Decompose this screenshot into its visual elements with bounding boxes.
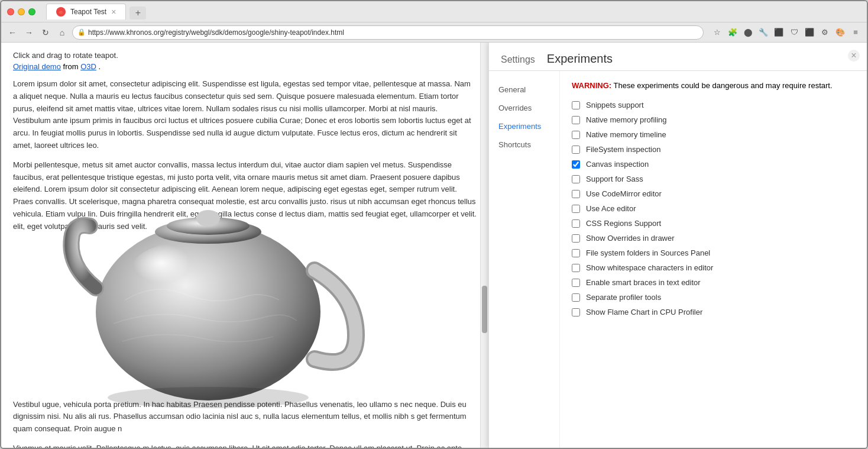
close-window-button[interactable] <box>7 8 14 15</box>
extension-1-icon[interactable]: ⬛ <box>772 26 785 39</box>
lock-icon: 🔒 <box>77 28 86 36</box>
settings-sidebar: General Overrides Experiments Shortcuts <box>489 71 560 448</box>
page-links: Original demo from O3D . <box>13 62 477 71</box>
sidebar-item-general[interactable]: General <box>489 80 559 99</box>
experiment-label-css-regions-support[interactable]: CSS Regions Support <box>586 219 661 228</box>
experiment-checkbox-separate-profiler-tools[interactable] <box>572 293 580 302</box>
maximize-window-button[interactable] <box>28 8 35 15</box>
experiment-item-separate-profiler-tools: Separate profiler tools <box>572 293 855 302</box>
experiment-label-canvas-inspection[interactable]: Canvas inspection <box>586 160 649 169</box>
minimize-window-button[interactable] <box>18 8 25 15</box>
settings-panel: Settings Experiments × General Overrides… <box>488 43 867 448</box>
experiment-label-show-overrides-in-drawer[interactable]: Show Overrides in drawer <box>586 234 675 243</box>
settings-close-button[interactable]: × <box>848 50 860 62</box>
experiment-label-enable-smart-braces[interactable]: Enable smart braces in text editor <box>586 278 701 287</box>
experiment-checkbox-file-system-folders[interactable] <box>572 249 580 257</box>
window-controls <box>7 8 35 15</box>
experiment-checkbox-enable-smart-braces[interactable] <box>572 279 580 287</box>
toolbar-right: ☆ 🧩 ⬤ 🔧 ⬛ 🛡 ⬛ ⚙ 🎨 ≡ <box>711 26 862 39</box>
new-tab-button[interactable]: + <box>129 7 146 20</box>
settings-icon[interactable]: ⚙ <box>818 26 831 39</box>
sidebar-item-experiments[interactable]: Experiments <box>489 117 559 135</box>
sidebar-item-shortcuts[interactable]: Shortcuts <box>489 135 559 154</box>
experiment-label-file-system-folders[interactable]: File system folders in Sources Panel <box>586 248 710 257</box>
browser-window: 🫖 Teapot Test × + ← → ↻ ⌂ 🔒 https://www.… <box>0 0 868 449</box>
warning-text: WARNING: These experiments could be dang… <box>572 80 855 91</box>
experiment-checkbox-show-flame-chart[interactable] <box>572 308 580 316</box>
url-box[interactable]: 🔒 https://www.khronos.org/registry/webgl… <box>72 25 704 40</box>
back-button[interactable]: ← <box>6 26 19 39</box>
experiment-item-snippets-support: Snippets support <box>572 101 855 109</box>
refresh-button[interactable]: ↻ <box>39 26 52 39</box>
sidebar-item-overrides[interactable]: Overrides <box>489 99 559 117</box>
experiment-item-canvas-inspection: Canvas inspection <box>572 160 855 169</box>
o3d-link[interactable]: O3D <box>80 62 96 71</box>
experiment-checkbox-show-whitespace-chars[interactable] <box>572 264 580 272</box>
extension-2-icon[interactable]: 🛡 <box>788 26 801 39</box>
warning-body: These experiments could be dangerous and… <box>611 81 832 90</box>
experiment-checkbox-use-codemirror-editor[interactable] <box>572 190 580 198</box>
address-bar: ← → ↻ ⌂ 🔒 https://www.khronos.org/regist… <box>1 22 867 43</box>
experiment-label-show-flame-chart[interactable]: Show Flame Chart in CPU Profiler <box>586 308 702 316</box>
page-content: Click and drag to rotate teapot. Origina… <box>1 43 867 448</box>
url-text: https://www.khronos.org/registry/webgl/s… <box>88 28 344 37</box>
tab-favicon: 🫖 <box>56 7 66 17</box>
forward-button[interactable]: → <box>22 26 35 39</box>
title-bar: 🫖 Teapot Test × + <box>1 1 867 22</box>
experiment-checkbox-show-overrides-in-drawer[interactable] <box>572 234 580 243</box>
experiment-label-separate-profiler-tools[interactable]: Separate profiler tools <box>586 293 661 302</box>
teapot-image <box>37 152 380 424</box>
browser-content-area: Click and drag to rotate teapot. Origina… <box>1 43 488 448</box>
experiment-checkbox-snippets-support[interactable] <box>572 101 580 109</box>
extension-3-icon[interactable]: ⬛ <box>803 26 816 39</box>
experiment-label-filesystem-inspection[interactable]: FileSystem inspection <box>586 145 660 154</box>
svg-point-1 <box>128 244 223 309</box>
extensions-icon[interactable]: 🧩 <box>726 26 739 39</box>
menu-button[interactable]: ≡ <box>849 26 862 39</box>
experiment-checkbox-css-regions-support[interactable] <box>572 219 580 228</box>
experiment-list: Snippets supportNative memory profilingN… <box>572 101 855 316</box>
experiment-label-use-ace-editor[interactable]: Use Ace editor <box>586 204 636 213</box>
experiment-label-show-whitespace-chars[interactable]: Show whitespace characters in editor <box>586 263 713 272</box>
warning-box: WARNING: These experiments could be dang… <box>572 80 855 91</box>
page-header: Click and drag to rotate teapot. <box>13 51 477 60</box>
link-between: from <box>63 62 81 71</box>
experiment-label-native-memory-timeline[interactable]: Native memory timeline <box>586 130 666 139</box>
experiment-item-css-regions-support: CSS Regions Support <box>572 219 855 228</box>
experiment-checkbox-filesystem-inspection[interactable] <box>572 146 580 154</box>
experiment-item-native-memory-profiling: Native memory profiling <box>572 115 855 124</box>
experiment-checkbox-support-for-sass[interactable] <box>572 175 580 183</box>
original-demo-link[interactable]: Original demo <box>13 62 61 71</box>
home-button[interactable]: ⌂ <box>56 26 69 39</box>
bookmark-icon[interactable]: ☆ <box>711 26 724 39</box>
tab-title: Teapot Test <box>70 8 106 16</box>
experiment-item-show-whitespace-chars: Show whitespace characters in editor <box>572 263 855 272</box>
chrome-icon[interactable]: ⬤ <box>741 26 754 39</box>
experiment-label-native-memory-profiling[interactable]: Native memory profiling <box>586 115 667 124</box>
experiment-label-use-codemirror-editor[interactable]: Use CodeMirror editor <box>586 189 662 198</box>
paragraph-4: Vivamus at mauris velit. Pellentesque m … <box>13 442 477 448</box>
browser-scrollbar[interactable] <box>480 43 488 448</box>
devtools-icon[interactable]: 🔧 <box>757 26 770 39</box>
browser-tab[interactable]: 🫖 Teapot Test × <box>46 4 126 20</box>
warning-label: WARNING: <box>572 81 611 90</box>
experiment-item-file-system-folders: File system folders in Sources Panel <box>572 248 855 257</box>
experiment-label-support-for-sass[interactable]: Support for Sass <box>586 175 643 183</box>
svg-point-4 <box>196 210 220 227</box>
browser-scrollbar-thumb[interactable] <box>482 286 487 333</box>
experiment-checkbox-use-ace-editor[interactable] <box>572 205 580 213</box>
extension-4-icon[interactable]: 🎨 <box>834 26 847 39</box>
experiments-title: Experiments <box>547 52 613 66</box>
experiment-checkbox-native-memory-profiling[interactable] <box>572 116 580 124</box>
experiment-checkbox-native-memory-timeline[interactable] <box>572 131 580 139</box>
tab-close-button[interactable]: × <box>111 8 116 16</box>
experiment-item-use-ace-editor: Use Ace editor <box>572 204 855 213</box>
tab-bar: 🫖 Teapot Test × + <box>46 4 861 20</box>
experiment-item-use-codemirror-editor: Use CodeMirror editor <box>572 189 855 198</box>
experiment-checkbox-canvas-inspection[interactable] <box>572 160 580 169</box>
experiment-label-snippets-support[interactable]: Snippets support <box>586 101 644 109</box>
experiment-item-support-for-sass: Support for Sass <box>572 175 855 183</box>
settings-body: General Overrides Experiments Shortcuts … <box>489 71 867 448</box>
settings-title: Settings <box>501 54 535 65</box>
experiment-item-enable-smart-braces: Enable smart braces in text editor <box>572 278 855 287</box>
